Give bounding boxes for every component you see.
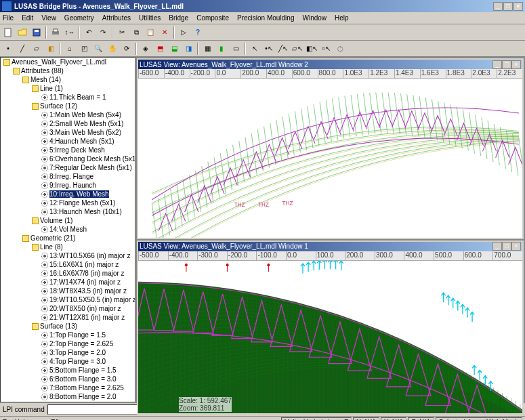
view1-close-button[interactable]: × [511, 242, 521, 251]
view1-min-button[interactable]: _ [492, 242, 502, 251]
new-icon[interactable] [1, 26, 15, 39]
redo-icon[interactable]: ↷ [96, 26, 110, 39]
svg-text:THZ: THZ [282, 201, 293, 207]
tree-item[interactable]: 5:Bottom Flange = 1.5 [40, 366, 129, 375]
select-node-icon[interactable]: ○↖ [319, 42, 333, 56]
tree-item[interactable]: 3:Main Web Mesh (5x2) [40, 128, 129, 137]
model-tree-panel[interactable]: Avenues_Walk_Flyover_LL.mdl Attributes (… [0, 57, 135, 402]
view-iso-icon[interactable]: ◈ [139, 42, 152, 56]
view2-canvas[interactable]: THZ THZ THZ [138, 79, 522, 238]
toolbar-main: ↕↔ ↶ ↷ ✂ ⧉ 📋 ✕ ▷ ? [0, 24, 525, 41]
wireframe-icon[interactable]: ▭ [229, 42, 243, 56]
tree-item[interactable]: 8:Bottom Flange = 2.0 [40, 392, 129, 401]
tree-item[interactable]: 17:W14X74 (in) major z [40, 278, 129, 287]
menu-precision[interactable]: Precision Moulding [237, 14, 295, 22]
menu-composite[interactable]: Composite [196, 14, 229, 22]
tree-item[interactable]: 9:Web=1.25 [40, 401, 129, 402]
view-window-1[interactable]: LUSAS View: Avenues_Walk_Flyover_LL.mdl … [137, 240, 524, 415]
tree-item[interactable]: 12:Flange Mesh (5x1) [40, 198, 129, 207]
view2-close-button[interactable]: × [511, 60, 521, 69]
view2-min-button[interactable]: _ [492, 60, 502, 69]
menu-view[interactable]: View [41, 14, 56, 22]
window-titlebar: LUSAS Bridge Plus - Avenues_Walk_Flyover… [0, 0, 525, 12]
view-xy-icon[interactable]: ⬒ [153, 42, 167, 56]
undo-icon[interactable]: ↶ [82, 26, 96, 39]
select-point-icon[interactable]: •↖ [262, 42, 276, 56]
status-bar: For Help, press F1 Units: kip,in,kslug,s… [0, 416, 525, 420]
tree-item[interactable]: 15:L6X6X1 (in) major z [40, 260, 129, 269]
menu-help[interactable]: Help [335, 14, 349, 22]
tree-item[interactable]: 4:Top Flange = 3.0 [40, 357, 129, 366]
tree-item[interactable]: 6:Overhang Deck Mesh (5x1) [40, 154, 129, 163]
props-icon[interactable]: ▷ [177, 26, 190, 39]
menu-file[interactable]: File [3, 14, 14, 22]
svg-rect-0 [5, 28, 11, 37]
view1-max-button[interactable]: □ [502, 242, 511, 251]
help-icon[interactable]: ? [191, 26, 205, 39]
line-tool-icon[interactable]: ╱ [16, 42, 29, 56]
cursor-icon[interactable]: ↖ [248, 42, 261, 56]
tree-item[interactable]: 20:WT8X50 (in) major z [40, 304, 129, 313]
zoom-window-icon[interactable]: ◰ [77, 42, 91, 56]
render-icon[interactable]: ▮ [215, 42, 228, 56]
delete-icon[interactable]: ✕ [158, 26, 171, 39]
svg-rect-2 [35, 30, 39, 32]
scale-readout: Scale: 1: 592.467Zoom: 369.811 [179, 397, 232, 412]
paste-icon[interactable]: 📋 [144, 26, 157, 39]
status-selected: Selected: Irreg. Web Mesh [436, 417, 522, 420]
view1-titlebar: LUSAS View: Avenues_Walk_Flyover_LL.mdl … [138, 242, 522, 251]
menu-utilities[interactable]: Utilities [139, 14, 161, 22]
tree-item[interactable]: 16:L6X6X7/8 (in) major z [40, 269, 129, 278]
close-button[interactable]: × [513, 2, 523, 11]
arrows-icon[interactable]: ↕↔ [63, 26, 77, 39]
surface-tool-icon[interactable]: ▱ [30, 42, 43, 56]
tree-item[interactable]: 8:Irreg. Flange [40, 172, 129, 181]
status-z: Z: N/A [408, 417, 434, 420]
view2-max-button[interactable]: □ [502, 60, 511, 69]
view-window-2[interactable]: LUSAS View: Avenues_Walk_Flyover_LL.mdl … [137, 58, 524, 239]
menu-attributes[interactable]: Attributes [102, 14, 131, 22]
menu-geometry[interactable]: Geometry [64, 14, 94, 22]
rotate-icon[interactable]: ⟳ [120, 42, 133, 56]
tree-item[interactable]: 19:WT10.5X50.5 (in) major z [40, 295, 129, 304]
tree-item[interactable]: 10:Irreg. Web Mesh [40, 190, 129, 198]
view-yz-icon[interactable]: ◨ [182, 42, 195, 56]
tree-item[interactable]: 18:WT8X43.5 (in) major z [40, 287, 129, 295]
mesh-toggle-icon[interactable]: ▦ [201, 42, 214, 56]
tree-item[interactable]: 13:WT10.5X66 (in) major z [40, 251, 129, 260]
tree-item[interactable]: 9:Irreg. Haunch [40, 181, 129, 190]
tree-item[interactable]: 7:Regular Deck Mesh (5x1) [40, 163, 129, 172]
open-icon[interactable] [16, 26, 29, 39]
tree-item[interactable]: 13:Haunch Mesh (10x1) [40, 207, 129, 216]
zoom-in-icon[interactable]: 🔍 [91, 42, 105, 56]
zoom-fit-icon[interactable]: ⌂ [63, 42, 77, 56]
menu-window[interactable]: Window [302, 14, 327, 22]
tree-item[interactable]: 1:Main Web Mesh (5x4) [40, 110, 129, 119]
volume-tool-icon[interactable]: ◧ [44, 42, 58, 56]
tree-item[interactable]: 1:Top Flange = 1.5 [40, 331, 129, 339]
view-xz-icon[interactable]: ⬓ [167, 42, 181, 56]
print-icon[interactable] [49, 26, 62, 39]
save-icon[interactable] [30, 26, 43, 39]
tree-item[interactable]: 3:Top Flange = 2.0 [40, 348, 129, 357]
select-surf-icon[interactable]: ▱↖ [291, 42, 304, 56]
select-vol-icon[interactable]: ◧↖ [305, 42, 318, 56]
tree-item[interactable]: 7:Bottom Flange = 2.625 [40, 383, 129, 392]
tree-item[interactable]: 2:Top Flange = 2.625 [40, 339, 129, 348]
tree-item[interactable]: 2:Small Web Mesh (5x1) [40, 119, 129, 128]
pan-icon[interactable]: ✋ [106, 42, 119, 56]
lasso-icon[interactable]: ◌ [333, 42, 347, 56]
tree-item[interactable]: 5:Irreg Deck Mesh [40, 146, 129, 154]
view1-canvas[interactable]: Scale: 1: 592.467Zoom: 369.811 [138, 261, 522, 413]
menu-edit[interactable]: Edit [22, 14, 33, 22]
menu-bridge[interactable]: Bridge [169, 14, 188, 22]
maximize-button[interactable]: □ [503, 2, 513, 11]
tree-item[interactable]: 6:Bottom Flange = 3.0 [40, 375, 129, 383]
tree-item[interactable]: 4:Haunch Mesh (5x1) [40, 137, 129, 146]
point-tool-icon[interactable]: • [1, 42, 15, 56]
tree-item[interactable]: 21:WT12X81 (in) major z [40, 313, 129, 322]
minimize-button[interactable]: _ [493, 2, 503, 11]
select-line-icon[interactable]: ╱↖ [276, 42, 290, 56]
cut-icon[interactable]: ✂ [115, 26, 129, 39]
copy-icon[interactable]: ⧉ [129, 26, 143, 39]
